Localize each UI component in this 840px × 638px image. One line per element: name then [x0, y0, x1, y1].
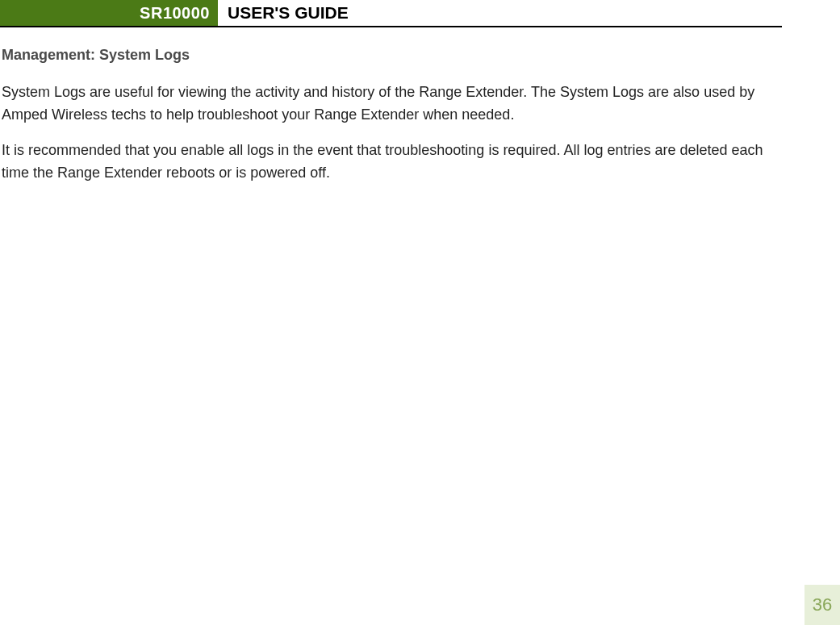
body-paragraph: System Logs are useful for viewing the a…	[2, 81, 782, 127]
product-model-text: SR10000	[140, 4, 210, 23]
section-heading: Management: System Logs	[2, 47, 782, 64]
page-number: 36	[813, 594, 832, 615]
document-title: USER'S GUIDE	[219, 0, 782, 26]
document-page: SR10000 USER'S GUIDE Management: System …	[0, 0, 840, 638]
page-number-badge: 36	[804, 585, 840, 625]
body-paragraph: It is recommended that you enable all lo…	[2, 140, 782, 185]
content-area: Management: System Logs System Logs are …	[0, 27, 840, 185]
header: SR10000 USER'S GUIDE	[0, 0, 782, 27]
document-title-text: USER'S GUIDE	[228, 3, 349, 23]
product-model-badge: SR10000	[0, 0, 219, 26]
